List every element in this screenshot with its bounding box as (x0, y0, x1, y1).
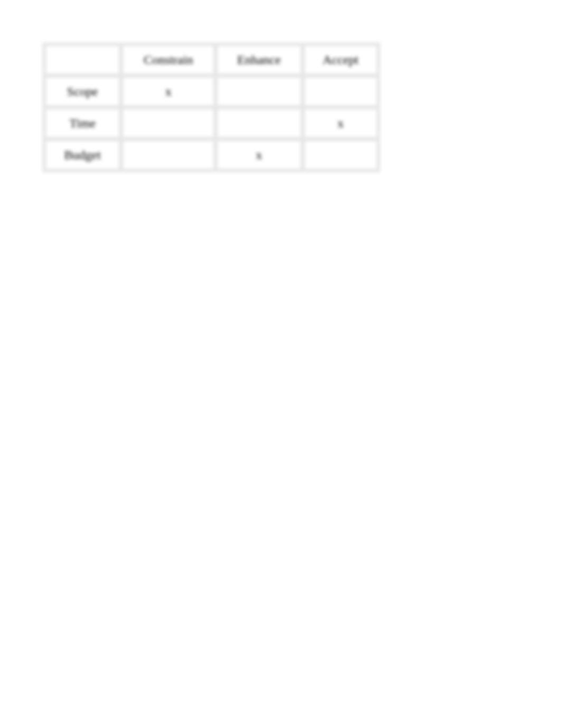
matrix-table: Constrain Enhance Accept Scope x Time x … (42, 42, 380, 172)
cell-budget-accept (304, 141, 377, 169)
row-label-time: Time (45, 109, 119, 137)
cell-time-enhance (217, 109, 301, 137)
cell-scope-constrain: x (123, 77, 214, 106)
header-accept: Accept (304, 45, 377, 74)
cell-scope-accept (304, 77, 377, 106)
cell-time-constrain (123, 109, 214, 137)
cell-budget-enhance: x (217, 141, 301, 169)
header-empty (45, 45, 119, 74)
priority-matrix-table: Constrain Enhance Accept Scope x Time x … (42, 42, 380, 172)
table-row: Scope x (45, 77, 377, 106)
row-label-budget: Budget (45, 141, 119, 169)
header-constrain: Constrain (123, 45, 214, 74)
row-label-scope: Scope (45, 77, 119, 106)
cell-budget-constrain (123, 141, 214, 169)
table-row: Time x (45, 109, 377, 137)
table-row: Budget x (45, 141, 377, 169)
cell-time-accept: x (304, 109, 377, 137)
table-header-row: Constrain Enhance Accept (45, 45, 377, 74)
header-enhance: Enhance (217, 45, 301, 74)
cell-scope-enhance (217, 77, 301, 106)
